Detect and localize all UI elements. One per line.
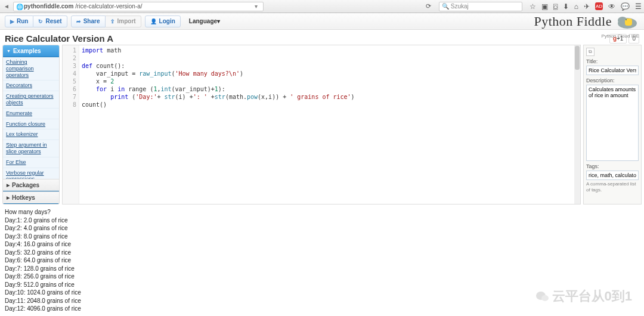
svg-point-2: [626, 19, 627, 20]
console-line: Day:12: 4096.0 grains of rice: [5, 305, 639, 313]
brand-logo-icon: [615, 13, 639, 30]
triangle-right-icon: ▶: [7, 196, 10, 200]
title-input[interactable]: [586, 66, 639, 75]
login-button[interactable]: 👤Login: [145, 16, 181, 27]
brand-subtitle: Python Cloud IDE: [601, 33, 639, 39]
console-line: Day:8: 256.0 grains of rice: [5, 272, 639, 281]
code-body[interactable]: import math def count(): var_input = raw…: [79, 45, 580, 204]
dropdown-icon[interactable]: ▾: [255, 3, 261, 10]
address-bar[interactable]: 🌐 pythonfiddle.com/rice-calculator-versi…: [13, 2, 264, 11]
url-host: pythonfiddle.com: [24, 3, 73, 10]
share-icon: ➦: [76, 18, 81, 24]
console-line: Day:2: 4.0 grains of rice: [5, 224, 639, 233]
line-gutter: 1 2 3 4 5 6 7 8: [63, 45, 79, 204]
import-button[interactable]: ⇪Import: [106, 16, 141, 27]
main-area: ▼Examples Chaining comparison operators …: [0, 45, 644, 205]
search-placeholder: Szukaj: [451, 3, 469, 10]
tags-input[interactable]: [586, 171, 639, 180]
console-line: Day:5: 32.0 grains of rice: [5, 249, 639, 257]
run-button[interactable]: ▶Run: [5, 16, 33, 27]
globe-icon: 🌐: [16, 4, 22, 10]
star-icon[interactable]: ☆: [530, 2, 536, 11]
editor-scrollbar[interactable]: [574, 45, 580, 204]
brand-text: Python Fiddle: [534, 14, 612, 29]
code-editor[interactable]: 1 2 3 4 5 6 7 8 import math def count():…: [62, 45, 581, 205]
example-item[interactable]: Verbose regular expressions: [3, 168, 59, 179]
desc-label: Description:: [586, 78, 639, 83]
embed-icon[interactable]: ⧉: [586, 48, 595, 56]
hotkeys-header[interactable]: ▶Hotkeys: [3, 191, 59, 204]
adblock-icon[interactable]: AD: [595, 2, 603, 10]
brand: Python Fiddle: [534, 13, 639, 30]
reload-icon[interactable]: ⟳: [426, 2, 434, 10]
title-label: Title:: [586, 58, 639, 64]
triangle-right-icon: ▶: [7, 183, 10, 188]
home-icon[interactable]: ⌂: [574, 2, 578, 11]
console-line: Day:4: 16.0 grains of rice: [5, 240, 639, 249]
url-path: /rice-calculator-version-a/: [75, 3, 142, 10]
page-title: Rice Calculator Version A: [5, 33, 113, 44]
example-item[interactable]: Enumerate: [3, 109, 59, 119]
search-icon: 🔍: [442, 3, 449, 10]
eye-icon[interactable]: 👁: [608, 2, 615, 11]
back-icon[interactable]: ◄: [2, 2, 11, 11]
example-item[interactable]: Creating generators objects: [3, 91, 59, 109]
language-selector[interactable]: Language▾: [189, 18, 220, 24]
example-item[interactable]: Step argument in slice operators: [3, 140, 59, 157]
import-icon: ⇪: [110, 18, 115, 24]
browser-search[interactable]: 🔍 Szukaj: [439, 2, 522, 11]
meta-panel: ⧉ Title: Description: Calculates amounts…: [583, 45, 642, 205]
browser-chrome: ◄ 🌐 pythonfiddle.com/rice-calculator-ver…: [0, 0, 644, 13]
toolbar-icons: ☆ ▣ ⌼ ⬇ ⌂ ✈ AD 👁 💬 ☰: [530, 2, 642, 11]
console-line: How many days?: [5, 208, 639, 216]
svg-point-4: [541, 295, 549, 301]
watermark: 云平台从0到1: [535, 287, 632, 305]
triangle-down-icon: ▼: [7, 49, 11, 53]
console-line: Day:6: 64.0 grains of rice: [5, 256, 639, 265]
play-icon: ▶: [10, 18, 14, 24]
download-icon[interactable]: ⬇: [563, 2, 569, 11]
console-line: Day:3: 8.0 grains of rice: [5, 233, 639, 241]
example-item[interactable]: Decorators: [3, 80, 59, 91]
examples-header[interactable]: ▼Examples: [3, 45, 59, 57]
menu-icon[interactable]: ☰: [635, 2, 642, 11]
reset-button[interactable]: ↻Reset: [33, 16, 67, 27]
send-icon[interactable]: ✈: [584, 2, 590, 11]
console-line: Day:7: 128.0 grains of rice: [5, 265, 639, 273]
app-toolbar: ▶Run ↻Reset ➦Share ⇪Import 👤Login Langua…: [0, 13, 644, 30]
example-item[interactable]: Chaining comparison operators: [3, 57, 59, 80]
example-item[interactable]: Function closure: [3, 119, 59, 130]
sidebar: ▼Examples Chaining comparison operators …: [2, 45, 60, 205]
title-row: Rice Calculator Version A g+1 0: [0, 30, 644, 45]
refresh-icon: ↻: [38, 18, 43, 24]
packages-header[interactable]: ▶Packages: [3, 179, 59, 191]
example-item[interactable]: For Else: [3, 157, 59, 168]
tags-hint: A comma-separated list of tags.: [586, 181, 639, 193]
user-icon: 👤: [150, 18, 157, 24]
pocket-icon[interactable]: ⌼: [553, 2, 558, 11]
wechat-icon: [535, 290, 550, 302]
console-line: Day:1: 2.0 grains of rice: [5, 216, 639, 225]
tags-label: Tags:: [586, 163, 639, 169]
share-button[interactable]: ➦Share: [71, 16, 106, 27]
inbox-icon[interactable]: ▣: [541, 2, 548, 11]
example-item[interactable]: Lex tokenizer: [3, 129, 59, 140]
chat-icon[interactable]: 💬: [621, 2, 630, 11]
desc-textarea[interactable]: Calculates amounts of rice in amount: [586, 85, 639, 161]
examples-list: Chaining comparison operators Decorators…: [3, 57, 59, 179]
